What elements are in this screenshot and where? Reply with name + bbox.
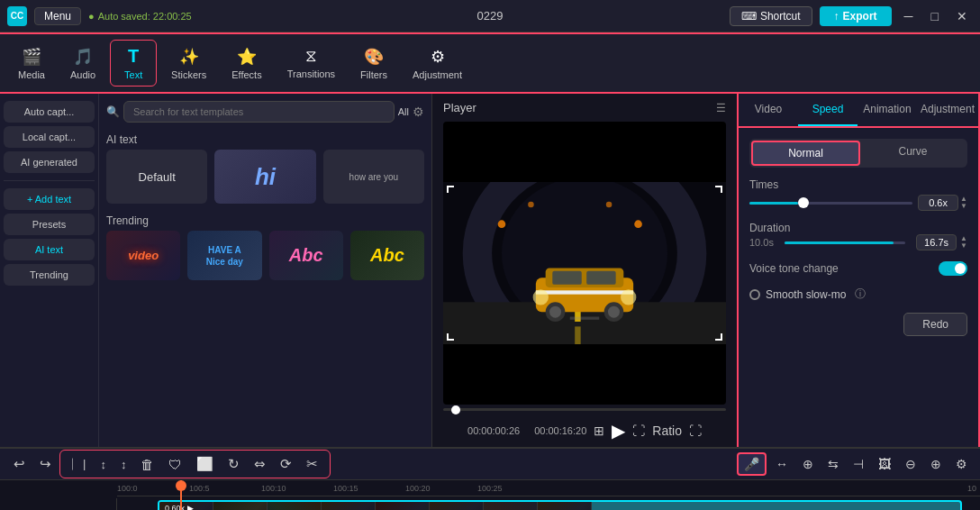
redo-tl-button[interactable]: ↪	[33, 453, 58, 475]
smooth-info-icon[interactable]: ⓘ	[855, 287, 866, 302]
shortcut-button[interactable]: ⌨ Shortcut	[730, 6, 812, 26]
voice-tone-toggle[interactable]	[939, 261, 967, 276]
player-video	[443, 122, 726, 405]
split-left-tool[interactable]: ↕	[94, 455, 113, 474]
tab-animation[interactable]: Animation	[858, 94, 917, 126]
arrow-in-button[interactable]: ↔	[770, 454, 794, 474]
video-clip[interactable]: 0.60x ▶	[158, 500, 962, 510]
split-v-button[interactable]: ⊕	[797, 454, 819, 474]
presets-button[interactable]: Presets	[4, 214, 95, 235]
rotate-tool[interactable]: ↻	[222, 453, 246, 475]
duration-decrement[interactable]: ▼	[960, 242, 967, 250]
film-frame-6	[430, 502, 484, 510]
text-tile-how[interactable]: how are you	[323, 150, 424, 204]
screenshot-button[interactable]: 🖼	[873, 454, 896, 474]
add-text-button[interactable]: + Add text	[4, 188, 95, 210]
ai-text-button[interactable]: AI text	[4, 239, 95, 260]
topbar: CC Menu ● Auto saved: 22:00:25 0229 ⌨ Sh…	[0, 0, 980, 32]
film-frame-4	[322, 502, 376, 510]
player-menu-icon[interactable]: ☰	[716, 102, 726, 114]
times-slider[interactable]	[749, 202, 912, 205]
local-captions-button[interactable]: Local capt...	[4, 126, 95, 148]
ratio-button[interactable]: Ratio	[652, 423, 682, 438]
timeline-settings-button[interactable]: ⚙	[950, 454, 973, 474]
speed-tab-normal[interactable]: Normal	[751, 141, 860, 166]
all-filter-button[interactable]: All	[398, 106, 409, 117]
transform-tool[interactable]: ⟳	[274, 453, 298, 475]
tab-video[interactable]: Video	[739, 94, 798, 126]
undo-button[interactable]: ↩	[7, 453, 32, 475]
menu-button[interactable]: Menu	[34, 7, 81, 25]
right-panel: Video Speed Animation Adjustment Normal …	[737, 94, 980, 447]
speed-tab-curve[interactable]: Curve	[860, 141, 966, 166]
flip-tool[interactable]: ⇔	[248, 453, 272, 475]
trending-button[interactable]: Trending	[4, 264, 95, 286]
detach-button[interactable]: ⊣	[848, 454, 869, 474]
trend-tile-abc2[interactable]: Abc	[350, 231, 424, 280]
logo-icon: CC	[7, 6, 27, 26]
tab-adjustment[interactable]: Adjustment	[917, 94, 978, 126]
grid-view-button[interactable]: ⊞	[594, 423, 604, 438]
film-frame-7	[484, 502, 538, 510]
right-content: Normal Curve Times 0.6x ▲ ▼	[739, 128, 978, 447]
duration-slider[interactable]	[785, 241, 905, 244]
redo-button[interactable]: Redo	[903, 313, 967, 336]
timeline-area: ↩ ↪ ⎸| ↕ ↕ 🗑 🛡 ⬜ ↻ ⇔ ⟳ ✂ 🎤 ↔ ⊕ ⇆ ⊣ 🖼 ⊖ ⊕…	[0, 447, 980, 510]
text-tile-hi[interactable]: hi	[214, 150, 315, 204]
media-tool-text[interactable]: T Text	[110, 40, 157, 87]
tab-speed[interactable]: Speed	[798, 94, 858, 126]
times-slider-thumb[interactable]	[798, 197, 809, 208]
ai-generated-button[interactable]: AI generated	[4, 151, 95, 173]
media-tool-effects[interactable]: ⭐ Effects	[221, 41, 272, 86]
corner-handle-bl	[447, 333, 454, 341]
track-controls: + 🔒 👁 🔊 🖼 Cover	[0, 498, 117, 510]
delete-tool[interactable]: 🗑	[134, 454, 160, 475]
ruler-mark-6: 10	[967, 484, 976, 493]
smooth-checkbox[interactable]	[749, 289, 760, 300]
lock-tool[interactable]: 🛡	[162, 454, 188, 475]
search-input[interactable]	[123, 101, 395, 123]
film-frames	[159, 502, 592, 510]
autosave-status: ● Auto saved: 22:00:25	[88, 11, 192, 22]
filters-icon: 🎨	[364, 47, 384, 67]
media-tool-adjustment[interactable]: ⚙ Adjustment	[402, 41, 473, 86]
close-button[interactable]: ✕	[951, 7, 973, 25]
audio-label: Audio	[70, 69, 95, 80]
mic-button[interactable]: 🎤	[737, 452, 767, 476]
scrubber-thumb[interactable]	[451, 405, 460, 414]
times-decrement[interactable]: ▼	[960, 203, 967, 210]
merge-button[interactable]: ⇆	[822, 454, 844, 474]
svg-point-3	[498, 220, 506, 228]
trend-tile-video[interactable]: video	[106, 231, 180, 280]
auto-captions-button[interactable]: Auto capt...	[4, 101, 95, 123]
adjustment-label: Adjustment	[413, 69, 462, 80]
stickers-label: Stickers	[171, 69, 206, 80]
scrubber-track[interactable]	[443, 408, 726, 411]
text-tile-default[interactable]: Default	[106, 150, 207, 204]
crop-tool[interactable]: ⬜	[190, 453, 220, 475]
trim-tool[interactable]: ✂	[300, 453, 324, 475]
trend-tile-havenice[interactable]: HAVE ANice day	[187, 231, 261, 280]
trend-tile-abc1[interactable]: Abc	[269, 231, 343, 280]
zoom-out-button[interactable]: ⊖	[900, 454, 921, 474]
adjustment-icon: ⚙	[431, 47, 445, 67]
split-right-tool[interactable]: ↕	[114, 455, 133, 474]
time-total: 00:00:16:20	[534, 425, 586, 436]
expand-button[interactable]: ⛶	[689, 423, 702, 438]
export-button[interactable]: ↑ Export	[820, 6, 892, 26]
media-tool-stickers[interactable]: ✨ Stickers	[160, 41, 217, 86]
text-label: Text	[124, 69, 142, 80]
media-tool-filters[interactable]: 🎨 Filters	[349, 41, 398, 86]
play-button[interactable]: ▶	[612, 420, 625, 442]
split-tool[interactable]: ⎸|	[66, 454, 92, 474]
timeline-right-tools: 🎤 ↔ ⊕ ⇆ ⊣ 🖼 ⊖ ⊕ ⚙	[737, 452, 973, 476]
media-tool-transitions[interactable]: ⧖ Transitions	[277, 41, 346, 85]
corner-handle-tl	[447, 186, 454, 193]
zoom-in-button[interactable]: ⊕	[925, 454, 947, 474]
media-tool-media[interactable]: 🎬 Media	[7, 41, 56, 86]
media-tool-audio[interactable]: 🎵 Audio	[59, 41, 106, 86]
playhead[interactable]	[180, 480, 182, 510]
fullscreen-button[interactable]: ⛶	[632, 423, 645, 438]
maximize-button[interactable]: □	[926, 7, 944, 25]
minimize-button[interactable]: ─	[899, 7, 919, 25]
